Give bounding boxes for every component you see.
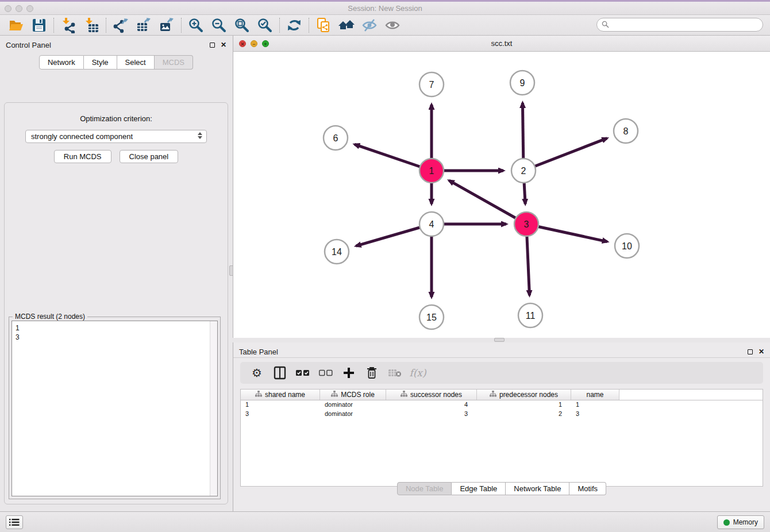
hierarchy-icon bbox=[401, 391, 407, 399]
home-networks-icon[interactable] bbox=[335, 16, 358, 34]
tab-mcds[interactable]: MCDS bbox=[155, 55, 193, 70]
table-row[interactable]: 1dominator411 bbox=[241, 400, 763, 410]
export-image-icon[interactable] bbox=[155, 16, 178, 34]
table-cell[interactable]: 4 bbox=[386, 400, 477, 410]
export-table-icon[interactable] bbox=[132, 16, 155, 34]
tab-motifs[interactable]: Motifs bbox=[569, 482, 606, 495]
column-label: MCDS role bbox=[341, 391, 375, 399]
open-session-icon[interactable] bbox=[5, 16, 28, 34]
import-network-icon[interactable] bbox=[57, 16, 80, 34]
node-label: 15 bbox=[426, 313, 437, 322]
column-header-successor-nodes[interactable]: successor nodes bbox=[386, 390, 477, 400]
table-cell[interactable]: 2 bbox=[477, 410, 571, 419]
tab-edge-table[interactable]: Edge Table bbox=[452, 482, 506, 495]
node-label: 14 bbox=[332, 247, 342, 257]
column-header-MCDS-role[interactable]: MCDS role bbox=[320, 390, 386, 400]
node-label: 6 bbox=[333, 133, 338, 143]
hide-selected-icon[interactable] bbox=[358, 16, 381, 34]
select-stepper-icon bbox=[198, 132, 202, 139]
mcds-result-list[interactable]: 13 bbox=[11, 321, 218, 496]
tab-node-table[interactable]: Node Table bbox=[397, 482, 452, 495]
function-builder-icon[interactable]: f(x) bbox=[410, 365, 425, 380]
add-column-icon[interactable] bbox=[341, 365, 356, 380]
zoom-in-icon[interactable] bbox=[184, 16, 207, 34]
horizontal-splitter-handle[interactable] bbox=[494, 338, 505, 342]
node-label: 4 bbox=[429, 219, 434, 229]
graph-edge-2-8[interactable] bbox=[523, 138, 607, 171]
table-cell[interactable]: 1 bbox=[477, 400, 571, 410]
export-network-icon[interactable] bbox=[109, 16, 132, 34]
search-field-wrap bbox=[596, 18, 763, 32]
table-cell[interactable]: 1 bbox=[571, 400, 619, 410]
zoom-fit-icon[interactable] bbox=[230, 16, 253, 34]
network-canvas[interactable]: 7968124314101511 bbox=[233, 52, 770, 338]
deselect-all-icon[interactable] bbox=[318, 365, 333, 380]
node-table: shared nameMCDS rolesuccessor nodesprede… bbox=[240, 389, 763, 487]
table-cell[interactable]: 3 bbox=[241, 410, 320, 419]
import-table-icon[interactable] bbox=[80, 16, 103, 34]
mcds-result-group: MCDS result (2 nodes) 13 bbox=[9, 317, 221, 499]
tab-network-table[interactable]: Network Table bbox=[506, 482, 569, 495]
node-label: 10 bbox=[622, 241, 632, 251]
graph-edge-3-1[interactable] bbox=[449, 180, 526, 224]
node-label: 11 bbox=[526, 311, 536, 321]
column-header-predecessor-nodes[interactable]: predecessor nodes bbox=[477, 390, 571, 400]
table-cell[interactable]: dominator bbox=[320, 400, 386, 410]
show-all-icon[interactable] bbox=[381, 16, 404, 34]
zoom-selected-icon[interactable] bbox=[253, 16, 276, 34]
delete-table-icon[interactable] bbox=[387, 365, 402, 380]
mcds-tab-content: Optimization criterion: strongly connect… bbox=[4, 102, 228, 504]
memory-button[interactable]: Memory bbox=[717, 515, 764, 529]
toolbar-separator bbox=[106, 18, 106, 33]
table-cell[interactable]: 1 bbox=[241, 400, 320, 410]
control-panel-title: Control Panel bbox=[6, 41, 51, 49]
search-input[interactable] bbox=[596, 18, 763, 32]
node-label: 7 bbox=[429, 80, 434, 90]
tab-network[interactable]: Network bbox=[39, 55, 84, 70]
column-label: predecessor nodes bbox=[499, 391, 558, 399]
column-label: successor nodes bbox=[410, 391, 462, 399]
optimization-criterion-label: Optimization criterion: bbox=[5, 114, 228, 123]
clone-network-icon[interactable] bbox=[312, 16, 335, 34]
mcds-result-title: MCDS result (2 nodes) bbox=[13, 313, 87, 321]
control-panel: Control Panel ✕ NetworkStyleSelectMCDS O… bbox=[0, 36, 232, 511]
run-mcds-button[interactable]: Run MCDS bbox=[54, 150, 111, 163]
result-scrollbar[interactable] bbox=[210, 321, 217, 496]
select-all-icon[interactable] bbox=[295, 365, 310, 380]
table-header-row: shared nameMCDS rolesuccessor nodesprede… bbox=[241, 390, 763, 400]
close-panel-button[interactable]: Close panel bbox=[120, 150, 179, 163]
tab-select[interactable]: Select bbox=[117, 55, 155, 70]
save-session-icon[interactable] bbox=[28, 16, 51, 34]
result-item: 3 bbox=[16, 333, 214, 342]
gear-icon[interactable]: ⚙ bbox=[249, 365, 264, 380]
column-header-shared-name[interactable]: shared name bbox=[241, 390, 320, 400]
zoom-out-icon[interactable] bbox=[207, 16, 230, 34]
table-row[interactable]: 3dominator323 bbox=[241, 410, 763, 419]
table-cell[interactable]: 3 bbox=[386, 410, 477, 419]
node-label: 8 bbox=[623, 126, 629, 136]
close-panel-icon[interactable]: ✕ bbox=[221, 41, 226, 48]
close-table-panel-icon[interactable]: ✕ bbox=[759, 348, 764, 355]
task-history-icon[interactable] bbox=[6, 515, 23, 529]
table-cell[interactable]: dominator bbox=[320, 410, 386, 419]
columns-icon[interactable] bbox=[272, 365, 287, 380]
toolbar-separator bbox=[181, 18, 182, 33]
float-panel-icon[interactable] bbox=[210, 43, 215, 48]
table-cell[interactable]: 3 bbox=[571, 410, 619, 419]
optimization-criterion-select[interactable]: strongly connected component bbox=[25, 130, 207, 143]
float-table-panel-icon[interactable] bbox=[748, 349, 753, 354]
column-label: shared name bbox=[265, 391, 305, 399]
column-header-name[interactable]: name bbox=[571, 390, 619, 400]
delete-icon[interactable] bbox=[364, 365, 379, 380]
table-tabs: Node TableEdge TableNetwork TableMotifs bbox=[233, 482, 770, 495]
table-panel: Table Panel ✕ ⚙ bbox=[233, 342, 770, 511]
refresh-layout-icon[interactable] bbox=[283, 16, 306, 34]
table-rows: 1dominator4113dominator323 bbox=[241, 400, 763, 419]
status-bar: Memory bbox=[0, 511, 770, 532]
node-label: 3 bbox=[524, 219, 529, 229]
titlebar: Session: New Session bbox=[0, 0, 770, 15]
tab-style[interactable]: Style bbox=[84, 55, 117, 70]
column-label: name bbox=[586, 391, 603, 399]
toolbar-separator bbox=[279, 18, 280, 33]
toolbar-separator bbox=[309, 18, 309, 33]
